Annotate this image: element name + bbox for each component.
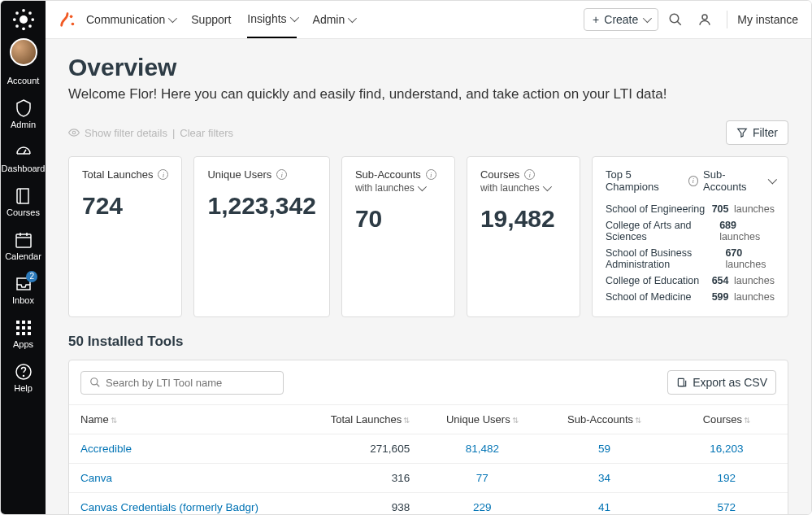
product-logo-icon[interactable] (59, 11, 76, 28)
sidebar-item-admin[interactable]: Admin (1, 92, 46, 136)
sidebar-item-label: Courses (7, 207, 40, 217)
chevron-down-icon (417, 182, 426, 191)
search-icon[interactable] (663, 7, 688, 32)
table-row: Accredible 271,605 81,482 59 16,203 (69, 434, 788, 464)
svg-point-27 (72, 23, 75, 26)
svg-point-7 (15, 24, 19, 28)
cell-unique-users[interactable]: 229 (421, 493, 543, 515)
tool-name-link[interactable]: Canva (69, 464, 299, 493)
svg-point-28 (671, 14, 680, 23)
tool-name-link[interactable]: Canvas Credentials (formerly Badgr) (69, 493, 299, 515)
courses-dropdown[interactable]: with launches (480, 182, 567, 194)
sub-accounts-dropdown[interactable]: with launches (355, 182, 441, 194)
tab-communication[interactable]: Communication (86, 2, 175, 37)
tab-insights[interactable]: Insights (247, 1, 296, 38)
clear-filters-link[interactable]: Clear filters (180, 127, 233, 139)
table-row: Canva 316 77 34 192 (69, 464, 788, 493)
create-button[interactable]: + Create (584, 8, 658, 31)
svg-rect-15 (16, 321, 20, 324)
cell-total-launches: 271,605 (299, 434, 421, 464)
svg-point-3 (12, 18, 15, 21)
stat-value: 19,482 (480, 205, 567, 233)
page-title: Overview (68, 54, 788, 81)
svg-point-32 (91, 378, 98, 385)
export-csv-button[interactable]: Export as CSV (667, 370, 776, 395)
sidebar-item-label: Inbox (12, 295, 34, 305)
info-icon[interactable]: i (524, 169, 535, 180)
user-icon[interactable] (693, 7, 717, 32)
chevron-down-icon (348, 14, 357, 23)
search-input[interactable] (106, 377, 275, 389)
svg-point-31 (72, 131, 76, 134)
svg-rect-18 (16, 326, 20, 330)
stat-card-sub-accounts: Sub-Accountsi with launches 70 (341, 156, 455, 317)
champion-count: 705 launches (712, 203, 775, 215)
filter-button[interactable]: Filter (726, 120, 788, 145)
tab-admin[interactable]: Admin (313, 2, 355, 37)
canvas-logo[interactable] (10, 6, 37, 33)
champion-name: School of Medicine (606, 291, 692, 303)
sidebar-item-courses[interactable]: Courses (1, 180, 46, 224)
help-icon (14, 362, 33, 382)
installed-tools-title: 50 Installed Tools (68, 334, 788, 350)
separator (727, 11, 727, 28)
champions-dropdown[interactable]: Sub-Accounts (703, 168, 775, 193)
cell-sub-accounts[interactable]: 59 (543, 434, 665, 464)
svg-line-29 (678, 21, 682, 25)
col-sub-accounts[interactable]: Sub-Accounts⇅ (543, 405, 665, 434)
avatar[interactable] (10, 38, 37, 66)
sidebar-item-dashboard[interactable]: Dashboard (1, 136, 46, 180)
courses-icon (14, 186, 33, 206)
left-sidebar: AccountAdminDashboardCoursesCalendar2Inb… (1, 1, 46, 514)
cell-unique-users[interactable]: 77 (421, 464, 543, 493)
sidebar-item-label: Help (14, 383, 33, 393)
svg-point-8 (28, 24, 32, 28)
champion-row: School of Engineering705 launches (606, 201, 775, 217)
col-unique-users[interactable]: Unique Users⇅ (421, 405, 543, 434)
info-icon[interactable]: i (688, 176, 698, 186)
search-icon (89, 377, 101, 388)
sidebar-item-calendar[interactable]: Calendar (1, 224, 46, 268)
info-icon[interactable]: i (158, 169, 168, 180)
stat-card-total-launches: Total Launchesi 724 (68, 156, 182, 317)
col-courses[interactable]: Courses⇅ (666, 405, 788, 434)
apps-icon (14, 318, 33, 338)
table-row: Canvas Credentials (formerly Badgr) 938 … (69, 493, 788, 515)
cell-total-launches: 316 (299, 464, 421, 493)
instance-link[interactable]: My instance (737, 13, 798, 26)
tool-name-link[interactable]: Accredible (69, 434, 299, 464)
cell-sub-accounts[interactable]: 34 (543, 464, 665, 493)
sidebar-item-apps[interactable]: Apps (1, 312, 46, 356)
info-icon[interactable]: i (276, 169, 287, 180)
tab-support[interactable]: Support (191, 2, 231, 37)
stat-card-unique-users: Unique Usersi 1,223,342 (193, 156, 329, 317)
svg-rect-23 (28, 332, 31, 335)
stat-value: 724 (82, 192, 168, 220)
cell-courses[interactable]: 572 (666, 493, 788, 515)
sidebar-item-label: Dashboard (2, 164, 46, 173)
cell-courses[interactable]: 192 (666, 464, 788, 493)
funnel-icon (736, 127, 748, 138)
col-total-launches[interactable]: Total Launches⇅ (299, 405, 421, 434)
sidebar-item-label: Admin (11, 120, 36, 129)
svg-rect-20 (28, 326, 31, 330)
svg-point-2 (22, 27, 25, 30)
champion-name: College of Education (606, 275, 699, 286)
cell-courses[interactable]: 16,203 (666, 434, 788, 464)
champion-count: 689 launches (719, 220, 775, 242)
filter-details-toggle[interactable]: Show filter details | Clear filters (68, 127, 233, 139)
champion-row: College of Arts and Sciences689 launches (606, 217, 775, 245)
search-box[interactable] (80, 371, 284, 395)
sidebar-item-help[interactable]: Help (1, 356, 46, 399)
dashboard-icon (14, 142, 33, 162)
sidebar-item-account[interactable]: Account (1, 68, 46, 92)
col-name[interactable]: Name⇅ (69, 405, 299, 434)
chevron-down-icon (643, 14, 652, 23)
sidebar-item-inbox[interactable]: 2Inbox (1, 268, 46, 312)
svg-rect-21 (16, 332, 20, 335)
cell-sub-accounts[interactable]: 41 (543, 493, 665, 515)
info-icon[interactable]: i (426, 169, 436, 180)
stat-value: 70 (355, 205, 441, 233)
sidebar-item-label: Apps (13, 339, 33, 349)
cell-unique-users[interactable]: 81,482 (421, 434, 543, 464)
